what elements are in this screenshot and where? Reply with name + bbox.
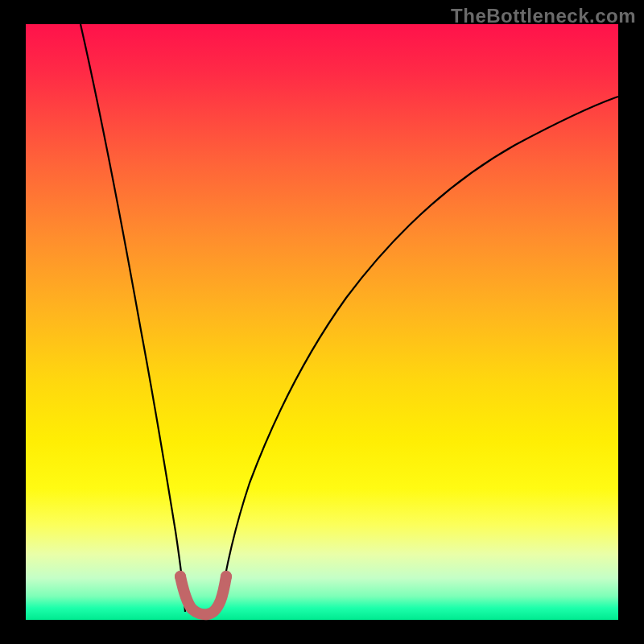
watermark-label: TheBottleneck.com	[451, 5, 636, 27]
plot-background	[26, 24, 618, 620]
chart-frame: TheBottleneck.com	[0, 0, 644, 644]
